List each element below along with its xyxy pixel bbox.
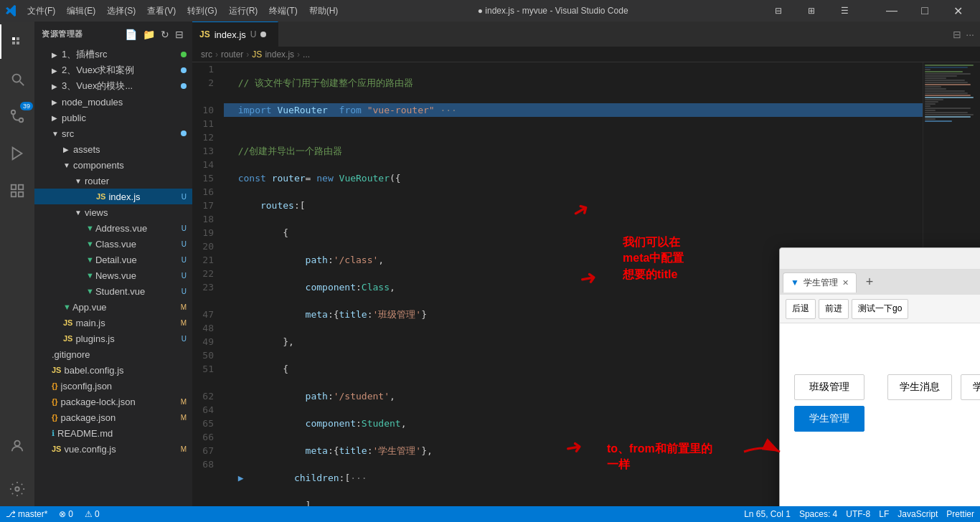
tree-item-vuex-modules[interactable]: ▶ 3、Vuex的模块... [34, 78, 192, 94]
sidebar-actions: 📄 📁 ↻ ⊟ [123, 27, 185, 42]
menu-edit[interactable]: 编辑(E) [61, 5, 101, 17]
tree-item-readme[interactable]: ℹ README.md [34, 425, 192, 441]
activity-source-control-icon[interactable]: 39 [0, 99, 34, 133]
split-editor-icon[interactable]: ⊟ [953, 29, 961, 40]
browser-tab-bar: ▼ 学生管理 ✕ + [780, 270, 980, 295]
breadcrumb-src[interactable]: src [201, 49, 212, 60]
tab-index-js[interactable]: JS index.js U [192, 22, 278, 47]
maximize-button[interactable]: □ [908, 0, 941, 22]
sidebar-header: 资源管理器 📄 📁 ↻ ⊟ [34, 22, 192, 47]
route-buttons-area: 班级管理 学生管理 学生消息 学生地址 [794, 374, 980, 432]
badge-modified: U [182, 256, 187, 264]
badge-modified: U [182, 288, 187, 295]
tree-item-node-modules[interactable]: ▶ node_modules [34, 94, 192, 110]
tree-item-jsconfig[interactable]: {} jsconfig.json [34, 378, 192, 394]
breadcrumb-file[interactable]: index.js [265, 49, 294, 60]
layout-icon[interactable]: ⊟ [762, 0, 795, 22]
position-text: Ln 65, Col 1 [744, 509, 791, 519]
sub-btn-messages[interactable]: 学生消息 [887, 374, 952, 400]
status-branch[interactable]: ⎇ master* [6, 509, 47, 519]
menu-terminal[interactable]: 终端(T) [263, 5, 303, 17]
md-icon: ℹ [52, 429, 55, 438]
collapse-icon[interactable]: ⊟ [174, 27, 185, 42]
status-warnings[interactable]: ⚠ 0 [85, 509, 100, 519]
language-text: JavaScript [897, 509, 938, 519]
tree-item-class-vue[interactable]: ▼ Class.vue U [34, 236, 192, 252]
more-actions-icon[interactable]: ··· [966, 29, 974, 40]
js-icon: JS [52, 445, 61, 453]
menu-run[interactable]: 运行(R) [223, 5, 264, 17]
route-btn-student[interactable]: 学生管理 [794, 406, 864, 432]
tree-item-assets[interactable]: ▶ assets [34, 141, 192, 157]
sub-btn-address[interactable]: 学生地址 [961, 374, 980, 400]
tree-item-student-vue[interactable]: ▼ Student.vue U [34, 283, 192, 299]
breadcrumb-context[interactable]: ... [303, 49, 310, 60]
layout-split-icon[interactable]: ⊞ [795, 0, 828, 22]
minimize-button[interactable]: — [875, 0, 908, 22]
tree-item-components[interactable]: ▼ components [34, 157, 192, 173]
browser-tab-label: 学生管理 [804, 277, 838, 289]
activity-extensions-icon[interactable] [0, 24, 34, 59]
menu-file[interactable]: 文件(F) [22, 5, 61, 17]
tree-item-package-json[interactable]: {} package.json M [34, 409, 192, 425]
vue-icon: ▼ [86, 224, 94, 232]
status-dot [181, 130, 187, 136]
tree-item-plugins-js[interactable]: JS plugins.js U [34, 331, 192, 346]
titlebar-menus[interactable]: 文件(F) 编辑(E) 选择(S) 查看(V) 转到(G) 运行(R) 终端(T… [22, 5, 344, 17]
status-eol[interactable]: LF [879, 509, 889, 519]
browser-tab-close[interactable]: ✕ [842, 278, 849, 288]
route-btn-class[interactable]: 班级管理 [794, 374, 864, 400]
menu-view[interactable]: 查看(V) [141, 5, 182, 17]
activity-extensions-panel-icon[interactable] [0, 174, 34, 208]
tree-item-router[interactable]: ▼ router [34, 173, 192, 189]
browser-add-tab[interactable]: + [859, 272, 880, 293]
tree-item-package-lock[interactable]: {} package-lock.json M [34, 394, 192, 409]
menu-help[interactable]: 帮助(H) [303, 5, 344, 17]
layout-menu-icon[interactable]: ☰ [828, 0, 861, 22]
close-button[interactable]: ✕ [941, 0, 974, 22]
tree-item-detail-vue[interactable]: ▼ Detail.vue U [34, 252, 192, 267]
breadcrumb-router[interactable]: router [221, 49, 243, 60]
tree-item-news-vue[interactable]: ▼ News.vue U [34, 267, 192, 283]
status-position[interactable]: Ln 65, Col 1 [744, 509, 791, 519]
tree-item-index-js[interactable]: JS index.js U [34, 189, 192, 204]
browser-forward-button[interactable]: 前进 [819, 299, 849, 319]
js-icon: JS [63, 334, 72, 343]
status-language[interactable]: JavaScript [897, 509, 938, 519]
titlebar-left: 文件(F) 编辑(E) 选择(S) 查看(V) 转到(G) 运行(R) 终端(T… [6, 5, 344, 17]
arrow-icon: ▶ [52, 82, 62, 90]
browser-back-button[interactable]: 后退 [786, 299, 816, 319]
activity-search-icon[interactable] [0, 62, 34, 96]
menu-select[interactable]: 选择(S) [101, 5, 141, 17]
tree-item-address-vue[interactable]: ▼ Address.vue U [34, 220, 192, 236]
browser-tab-student[interactable]: ▼ 学生管理 ✕ [783, 272, 857, 293]
status-errors[interactable]: ⊗ 0 [59, 509, 73, 519]
tree-item-gitignore[interactable]: .gitignore [34, 346, 192, 362]
arrow-icon: ▼ [63, 161, 73, 169]
tree-item-vuex-case[interactable]: ▶ 2、Vuex求和案例 [34, 62, 192, 78]
tree-item-public[interactable]: ▶ public [34, 110, 192, 125]
tree-item-views[interactable]: ▼ views [34, 204, 192, 220]
status-encoding[interactable]: UTF-8 [846, 509, 870, 519]
tree-item-babel-config[interactable]: JS babel.config.js [34, 362, 192, 378]
tree-item-main-js[interactable]: JS main.js M [34, 315, 192, 331]
browser-test-button[interactable]: 测试一下go [852, 299, 908, 319]
tree-item-app-vue[interactable]: ▼ App.vue M [34, 299, 192, 315]
tree-item-vue-config[interactable]: JS vue.config.js M [34, 441, 192, 457]
refresh-icon[interactable]: ↻ [159, 27, 171, 42]
menu-goto[interactable]: 转到(G) [182, 5, 222, 17]
tree-label: package-lock.json [61, 397, 181, 407]
tree-item-src[interactable]: ▼ src [34, 125, 192, 141]
activity-settings-icon[interactable] [0, 472, 34, 506]
main-layout: 39 资源管理器 📄 📁 ↻ ⊟ ▶ 1、插槽 [0, 22, 980, 506]
activity-account-icon[interactable] [0, 429, 34, 463]
new-file-icon[interactable]: 📄 [123, 27, 138, 42]
status-spaces[interactable]: Spaces: 4 [799, 509, 837, 519]
status-formatter[interactable]: Prettier [946, 509, 974, 519]
error-icon: ⊗ [59, 509, 66, 519]
tree-item-plugins-src[interactable]: ▶ 1、插槽src [34, 47, 192, 62]
activity-bar: 39 [0, 22, 34, 506]
activity-run-icon[interactable] [0, 136, 34, 171]
json-icon: {} [52, 397, 58, 406]
new-folder-icon[interactable]: 📁 [141, 27, 156, 42]
